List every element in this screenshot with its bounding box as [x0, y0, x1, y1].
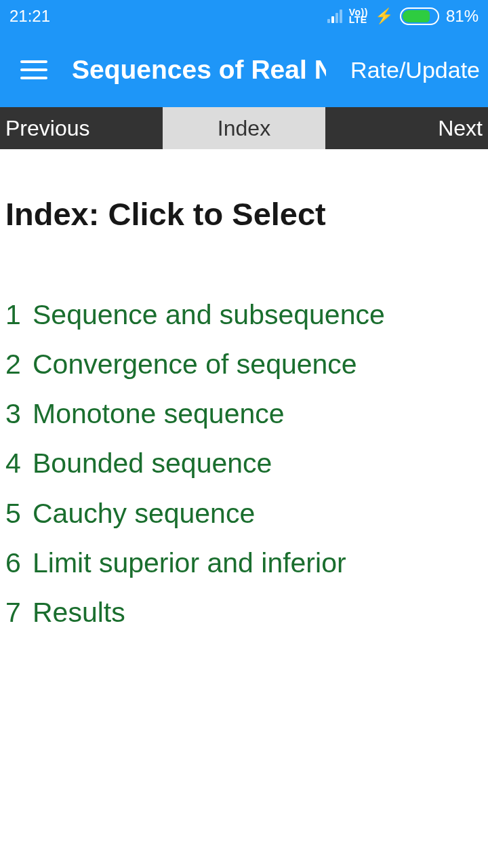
index-item-number: 4 [5, 448, 23, 479]
app-title: Sequences of Real N… [72, 55, 326, 85]
index-item-number: 7 [5, 597, 23, 629]
index-item-number: 6 [5, 547, 23, 579]
index-list: 1 Sequence and subsequence 2 Convergence… [5, 299, 483, 629]
index-item[interactable]: 7 Results [5, 597, 483, 629]
nav-tabs: Previous Index Next [0, 107, 488, 149]
rate-update-button[interactable]: Rate/Update [350, 57, 480, 83]
index-item-title: Sequence and subsequence [33, 299, 385, 331]
index-item-title: Bounded sequence [33, 448, 272, 479]
status-time: 21:21 [9, 7, 50, 26]
index-item-title: Cauchy sequence [33, 498, 255, 530]
index-item-number: 5 [5, 498, 23, 530]
signal-icon [327, 9, 342, 23]
index-item[interactable]: 4 Bounded sequence [5, 448, 483, 479]
index-item-title: Results [33, 597, 125, 629]
page-heading: Index: Click to Select [5, 195, 483, 233]
battery-icon [400, 7, 439, 25]
tab-index[interactable]: Index [163, 107, 325, 149]
menu-icon[interactable] [20, 60, 47, 79]
index-item-title: Limit superior and inferior [33, 547, 346, 579]
index-item-title: Monotone sequence [33, 398, 285, 430]
volte-icon: Vo))LTE [349, 9, 368, 24]
index-item[interactable]: 6 Limit superior and inferior [5, 547, 483, 579]
index-item-title: Convergence of sequence [33, 349, 357, 380]
tab-previous[interactable]: Previous [0, 107, 163, 149]
status-right: Vo))LTE ⚡ 81% [327, 7, 479, 26]
index-item[interactable]: 5 Cauchy sequence [5, 498, 483, 530]
index-item-number: 1 [5, 299, 23, 331]
tab-next[interactable]: Next [325, 107, 488, 149]
app-bar: Sequences of Real N… Rate/Update [0, 33, 488, 107]
index-item[interactable]: 1 Sequence and subsequence [5, 299, 483, 331]
index-item-number: 2 [5, 349, 23, 380]
charging-icon: ⚡ [375, 7, 393, 25]
content-area: Index: Click to Select 1 Sequence and su… [0, 149, 488, 629]
index-item[interactable]: 2 Convergence of sequence [5, 349, 483, 380]
status-bar: 21:21 Vo))LTE ⚡ 81% [0, 0, 488, 33]
battery-percentage: 81% [446, 7, 479, 26]
index-item-number: 3 [5, 398, 23, 430]
index-item[interactable]: 3 Monotone sequence [5, 398, 483, 430]
